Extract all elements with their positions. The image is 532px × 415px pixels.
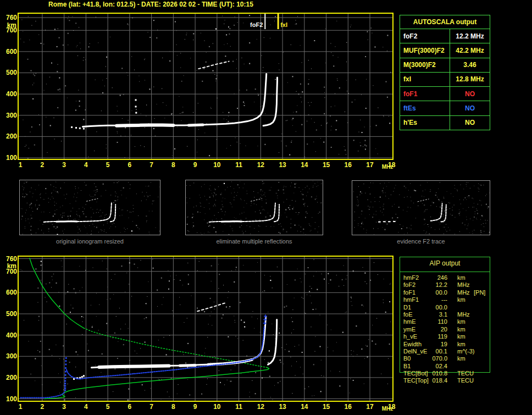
axis-tick-label: 11 xyxy=(235,161,242,169)
axis-tick-label: 10 xyxy=(213,403,221,411)
top-ionogram: 123456789101112131415161718MHz7607006005… xyxy=(6,13,396,170)
thumbnail-original-ionogram xyxy=(19,180,160,235)
aip-row-label: hmF1 xyxy=(403,296,419,303)
thumbnail-ionogram-image xyxy=(186,180,323,235)
aip-row-value: 246 xyxy=(422,274,447,281)
aip-row-value: 018.4 xyxy=(422,377,447,384)
aip-row: B102.4 xyxy=(400,363,491,370)
axis-tick-label: 1 xyxy=(19,403,23,411)
axis-tick-label: 2 xyxy=(41,403,45,411)
aip-row: foE3.1MHz xyxy=(400,311,491,318)
aip-row-unit: km xyxy=(457,355,465,362)
axis-tick-label: 14 xyxy=(301,403,308,411)
aip-row-label: Ewidth xyxy=(403,341,422,347)
autoscala-row: fxI12.8 MHz xyxy=(400,72,490,86)
aip-row: D100.0 xyxy=(400,304,491,311)
aip-row-label: D1 xyxy=(403,304,411,311)
autoscala-row: foF1NO xyxy=(400,86,490,101)
axis-tick-label: 17 xyxy=(366,161,374,169)
aip-row-unit: km xyxy=(457,333,465,340)
axis-tick-label: 10 xyxy=(213,161,221,169)
axis-tick-label: 500 xyxy=(6,69,17,76)
autoscala-row-label: foF1 xyxy=(400,87,450,101)
thumbnail-caption-filtered: eliminate multiple reflections xyxy=(185,238,323,245)
axis-tick-label: 6 xyxy=(128,403,132,411)
axis-tick-label: 760 xyxy=(6,255,17,263)
axis-tick-label: 200 xyxy=(6,374,17,381)
axis-tick-label: 5 xyxy=(106,161,110,169)
aip-row: DelN_vE00.1m^(-3) xyxy=(400,348,491,355)
autoscala-row: MUF(3000)F242.2 MHz xyxy=(400,43,490,57)
aip-row-unit: MHz xyxy=(457,311,470,318)
autoscala-row: M(3000)F23.46 xyxy=(400,58,490,72)
axis-tick-label: 600 xyxy=(6,289,17,296)
aip-row-value: 00.0 xyxy=(422,289,447,296)
aip-row-label: ymE xyxy=(403,326,415,333)
autoscala-screen: Rome (lat: +41.8, lon: 012.5) - DATE: 20… xyxy=(0,0,532,415)
aip-row-value: 070.0 xyxy=(422,355,447,362)
aip-row-unit: km xyxy=(457,274,465,281)
aip-header-divider xyxy=(400,272,490,272)
aip-row-value: 119 xyxy=(422,333,447,340)
axis-tick-label: 13 xyxy=(279,161,286,169)
aip-row-unit: TECU xyxy=(457,370,474,377)
aip-row-label: h_vE xyxy=(403,333,417,340)
aip-table-header: AIP output xyxy=(400,257,490,269)
axis-tick-label: 500 xyxy=(6,310,17,318)
thumbnail-ionogram-image xyxy=(352,181,490,235)
axis-tick-label: 7 xyxy=(149,161,153,169)
aip-row: B0070.0km xyxy=(400,355,491,362)
thumbnail-caption-evidence: evidence F2 trace xyxy=(352,238,490,245)
aip-row-unit: TECU xyxy=(457,377,474,384)
aip-row-value: 110 xyxy=(422,318,447,325)
aip-row-value: 00.1 xyxy=(422,348,447,355)
axis-tick-label: 16 xyxy=(345,161,352,169)
autoscala-row-value: 3.46 xyxy=(450,58,490,72)
aip-row: TEC[Bot]010.8TECU xyxy=(400,370,491,377)
axis-tick-label: 100 xyxy=(6,395,17,403)
aip-row-label: B1 xyxy=(403,363,411,369)
autoscala-row-value: NO xyxy=(450,116,490,130)
axis-tick-label: km xyxy=(7,262,16,270)
aip-row: ymE20km xyxy=(400,326,491,333)
axis-tick-label: 11 xyxy=(235,403,242,411)
axis-tick-label: km xyxy=(7,21,16,29)
aip-row: h_vE119km xyxy=(400,333,491,340)
aip-row-unit: km xyxy=(457,341,465,347)
axis-tick-label: 3 xyxy=(62,161,66,169)
axis-tick-label: 4 xyxy=(84,161,88,169)
critical-frequency-marker-label: fxI xyxy=(280,21,287,28)
axis-tick-label: 16 xyxy=(345,403,352,411)
autoscala-row: h'EsNO xyxy=(400,115,490,130)
axis-tick-label: 17 xyxy=(366,403,374,411)
autoscala-row-value: 12.8 MHz xyxy=(450,73,490,86)
aip-row-unit: MHz xyxy=(457,281,470,288)
aip-row-label: hmE xyxy=(403,318,416,325)
aip-row-label: foE xyxy=(403,311,413,318)
axis-tick-label: 15 xyxy=(323,403,330,411)
autoscala-output-table: AUTOSCALA output foF212.2 MHzMUF(3000)F2… xyxy=(400,15,490,130)
aip-row-value: 00.0 xyxy=(422,304,447,311)
axis-tick-label: 14 xyxy=(301,161,308,169)
bottom-profile-plot: 123456789101112131415161718MHz7607006005… xyxy=(6,255,396,412)
thumbnail-caption-original: original ionogram resized xyxy=(19,238,160,245)
aip-table-rows: hmF2246kmfoF212.2MHzfoF100.0MHz[PN]hmF1-… xyxy=(400,274,491,385)
aip-row-unit: MHz xyxy=(457,289,470,296)
axis-tick-label: MHz xyxy=(382,406,394,412)
aip-row-label: B0 xyxy=(403,355,411,362)
axis-tick-label: 600 xyxy=(6,48,17,56)
plot-traces xyxy=(71,62,277,130)
axis-tick-label: 200 xyxy=(6,132,17,140)
axis-tick-label: 8 xyxy=(171,161,175,169)
axis-tick-label: 9 xyxy=(193,403,197,411)
autoscala-row-value: NO xyxy=(450,101,490,115)
aip-row-value: --- xyxy=(422,296,447,303)
aip-row: Ewidth19km xyxy=(400,341,491,348)
aip-row: hmF2246km xyxy=(400,274,491,281)
axis-tick-label: 9 xyxy=(193,161,197,169)
aip-row-note: [PN] xyxy=(474,289,485,296)
aip-row-unit: km xyxy=(457,318,465,325)
aip-row-unit: km xyxy=(457,326,465,333)
autoscala-row-label: fxI xyxy=(400,73,450,86)
aip-row-value: 20 xyxy=(422,326,447,333)
